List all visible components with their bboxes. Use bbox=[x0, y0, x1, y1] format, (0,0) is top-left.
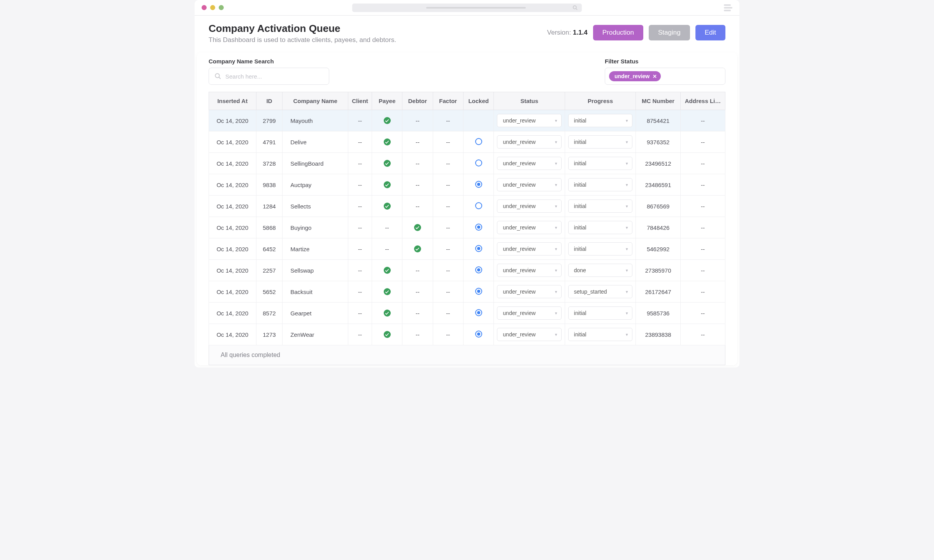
chevron-down-icon: ▾ bbox=[626, 332, 628, 337]
col-mc-number[interactable]: MC Number bbox=[636, 92, 681, 110]
status-select[interactable]: under_review▾ bbox=[497, 285, 561, 298]
staging-button[interactable]: Staging bbox=[649, 25, 690, 40]
table-row[interactable]: Oc 14, 20202799Mayouth------under_review… bbox=[209, 110, 725, 131]
cell-factor: -- bbox=[433, 110, 463, 131]
progress-select[interactable]: initial▾ bbox=[568, 135, 632, 149]
cell-company-name: Buyingo bbox=[283, 217, 348, 238]
col-payee[interactable]: Payee bbox=[372, 92, 402, 110]
remove-chip-icon[interactable]: ✕ bbox=[653, 74, 657, 79]
chevron-down-icon: ▾ bbox=[555, 268, 557, 273]
col-client[interactable]: Client bbox=[348, 92, 372, 110]
minimize-window-icon[interactable] bbox=[210, 5, 215, 10]
cell-address: -- bbox=[681, 324, 725, 345]
cell-id: 2257 bbox=[256, 260, 283, 281]
cell-locked bbox=[463, 153, 493, 174]
col-debtor[interactable]: Debtor bbox=[402, 92, 433, 110]
cell-address: -- bbox=[681, 260, 725, 281]
cell-status: under_review▾ bbox=[494, 281, 565, 303]
cell-progress: initial▾ bbox=[565, 324, 636, 345]
table-row[interactable]: Oc 14, 20209838Auctpay------under_review… bbox=[209, 174, 725, 196]
col-id[interactable]: ID bbox=[256, 92, 283, 110]
cell-payee: -- bbox=[372, 217, 402, 238]
cell-address: -- bbox=[681, 153, 725, 174]
chevron-down-icon: ▾ bbox=[555, 225, 557, 230]
table-row[interactable]: Oc 14, 20201273ZenWear------under_review… bbox=[209, 324, 725, 345]
status-select[interactable]: under_review▾ bbox=[497, 242, 561, 256]
col-address[interactable]: Address Li… bbox=[681, 92, 725, 110]
progress-select[interactable]: initial▾ bbox=[568, 306, 632, 320]
status-select[interactable]: under_review▾ bbox=[497, 178, 561, 191]
progress-select[interactable]: done▾ bbox=[568, 264, 632, 277]
progress-select[interactable]: initial▾ bbox=[568, 157, 632, 170]
col-progress[interactable]: Progress bbox=[565, 92, 636, 110]
status-select[interactable]: under_review▾ bbox=[497, 114, 561, 127]
maximize-window-icon[interactable] bbox=[219, 5, 224, 10]
col-factor[interactable]: Factor bbox=[433, 92, 463, 110]
table-row[interactable]: Oc 14, 20206452Martize------under_review… bbox=[209, 238, 725, 260]
table-row[interactable]: Oc 14, 20204791Delive------under_review▾… bbox=[209, 131, 725, 153]
table-row[interactable]: Oc 14, 20203728SellingBoard------under_r… bbox=[209, 153, 725, 174]
cell-client: -- bbox=[348, 110, 372, 131]
status-select[interactable]: under_review▾ bbox=[497, 264, 561, 277]
search-box[interactable] bbox=[209, 68, 329, 85]
progress-select[interactable]: setup_started▾ bbox=[568, 285, 632, 298]
locked-radio-empty-icon[interactable] bbox=[475, 138, 482, 145]
cell-client: -- bbox=[348, 153, 372, 174]
status-select[interactable]: under_review▾ bbox=[497, 157, 561, 170]
cell-debtor: -- bbox=[402, 324, 433, 345]
table-row[interactable]: Oc 14, 20201284Sellects------under_revie… bbox=[209, 196, 725, 217]
cell-debtor: -- bbox=[402, 281, 433, 303]
select-value: initial bbox=[574, 182, 586, 188]
col-inserted-at[interactable]: Inserted At bbox=[209, 92, 256, 110]
cell-payee: -- bbox=[372, 238, 402, 260]
progress-select[interactable]: initial▾ bbox=[568, 200, 632, 213]
progress-select[interactable]: initial▾ bbox=[568, 328, 632, 341]
col-company-name[interactable]: Company Name bbox=[283, 92, 348, 110]
locked-radio-empty-icon[interactable] bbox=[475, 202, 482, 209]
table-row[interactable]: Oc 14, 20208572Gearpet------under_review… bbox=[209, 303, 725, 324]
search-input[interactable] bbox=[225, 73, 323, 80]
locked-radio-filled-icon[interactable] bbox=[475, 224, 482, 231]
cell-id: 5652 bbox=[256, 281, 283, 303]
table-row[interactable]: Oc 14, 20202257Sellswap------under_revie… bbox=[209, 260, 725, 281]
locked-radio-filled-icon[interactable] bbox=[475, 331, 482, 338]
close-window-icon[interactable] bbox=[202, 5, 207, 10]
cell-payee bbox=[372, 196, 402, 217]
status-select[interactable]: under_review▾ bbox=[497, 200, 561, 213]
locked-radio-filled-icon[interactable] bbox=[475, 309, 482, 316]
status-select[interactable]: under_review▾ bbox=[497, 221, 561, 234]
page-title: Company Activation Queue bbox=[209, 23, 396, 35]
cell-address: -- bbox=[681, 303, 725, 324]
status-select[interactable]: under_review▾ bbox=[497, 135, 561, 149]
edit-button[interactable]: Edit bbox=[695, 25, 725, 40]
menu-icon[interactable] bbox=[724, 4, 732, 11]
locked-radio-empty-icon[interactable] bbox=[475, 159, 482, 166]
chevron-down-icon: ▾ bbox=[555, 332, 557, 337]
progress-select[interactable]: initial▾ bbox=[568, 114, 632, 127]
cell-debtor: -- bbox=[402, 174, 433, 196]
progress-select[interactable]: initial▾ bbox=[568, 242, 632, 256]
table-row[interactable]: Oc 14, 20205652Backsuit------under_revie… bbox=[209, 281, 725, 303]
status-select[interactable]: under_review▾ bbox=[497, 328, 561, 341]
table-row[interactable]: Oc 14, 20205868Buyingo------under_review… bbox=[209, 217, 725, 238]
locked-radio-filled-icon[interactable] bbox=[475, 181, 482, 188]
locked-radio-filled-icon[interactable] bbox=[475, 266, 482, 273]
production-button[interactable]: Production bbox=[593, 25, 643, 40]
locked-radio-filled-icon[interactable] bbox=[475, 245, 482, 252]
check-icon bbox=[384, 331, 391, 338]
window-controls bbox=[202, 5, 224, 10]
filter-chip[interactable]: under_review ✕ bbox=[609, 71, 661, 81]
cell-inserted-at: Oc 14, 2020 bbox=[209, 196, 256, 217]
cell-debtor bbox=[402, 238, 433, 260]
cell-factor: -- bbox=[433, 217, 463, 238]
col-locked[interactable]: Locked bbox=[463, 92, 493, 110]
filter-box[interactable]: under_review ✕ bbox=[605, 68, 725, 85]
cell-status: under_review▾ bbox=[494, 238, 565, 260]
col-status[interactable]: Status bbox=[494, 92, 565, 110]
cell-id: 5868 bbox=[256, 217, 283, 238]
progress-select[interactable]: initial▾ bbox=[568, 221, 632, 234]
titlebar-search[interactable] bbox=[352, 4, 582, 12]
status-select[interactable]: under_review▾ bbox=[497, 306, 561, 320]
progress-select[interactable]: initial▾ bbox=[568, 178, 632, 191]
locked-radio-filled-icon[interactable] bbox=[475, 288, 482, 295]
